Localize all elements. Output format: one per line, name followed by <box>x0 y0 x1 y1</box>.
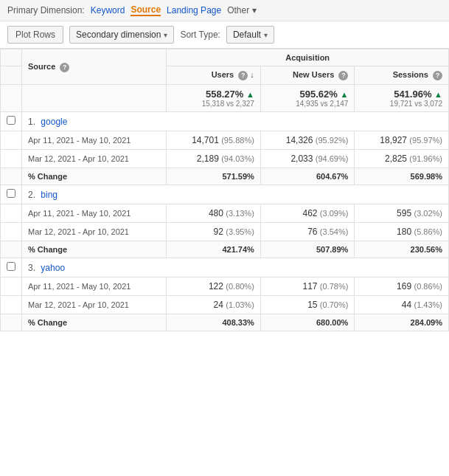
summary-users-comparison: 15,318 vs 2,327 <box>173 100 254 108</box>
change-label-1: % Change <box>22 241 167 258</box>
source-cell-1: 2. bing <box>22 185 449 204</box>
source-cell-0: 1. google <box>22 112 449 131</box>
sort-type-label: Sort Type: <box>180 30 220 40</box>
users-up-arrow: ▲ <box>246 90 254 99</box>
primary-dimension-bar: Primary Dimension: Keyword Source Landin… <box>0 0 449 21</box>
users-column-header: Users ? ↓ <box>167 66 261 85</box>
summary-users-change: 558.27% <box>206 89 243 100</box>
secondary-dim-dropdown-icon: ▾ <box>164 31 167 39</box>
users-sort-icon[interactable]: ↓ <box>250 70 254 79</box>
sessions-val-0-0: 18,927 (95.97%) <box>355 131 449 150</box>
new-users-val-1-0: 462 (3.09%) <box>260 204 355 223</box>
source-link-1[interactable]: bing <box>41 190 58 200</box>
date-row-2-1: Mar 12, 2021 - Apr 10, 2021 24 (1.03%) 1… <box>1 296 449 314</box>
sessions-val-2-1: 44 (1.43%) <box>355 296 449 314</box>
change-new-users-1: 507.89% <box>260 241 355 258</box>
sessions-val-2-0: 169 (0.86%) <box>355 277 449 296</box>
change-label-2: % Change <box>22 314 167 331</box>
source-column-header: Source ? <box>22 49 167 85</box>
source-group-row: 2. bing <box>1 185 449 204</box>
summary-cb <box>1 85 22 112</box>
users-val-1-1: 92 (3.95%) <box>167 223 261 241</box>
other-dropdown-icon: ▾ <box>252 5 257 15</box>
data-table: Source ? Acquisition Users ? ↓ New Users… <box>0 49 449 331</box>
change-row-1: % Change 421.74% 507.89% 230.56% <box>1 241 449 258</box>
acquisition-header: Acquisition <box>167 49 449 66</box>
source-link-0[interactable]: google <box>41 117 67 127</box>
date-label-1-0: Apr 11, 2021 - May 10, 2021 <box>22 204 167 223</box>
select-all-checkbox-header <box>1 49 22 66</box>
dim-other[interactable]: Other ▾ <box>227 5 256 15</box>
sessions-column-header: Sessions ? <box>355 66 449 85</box>
plot-rows-button[interactable]: Plot Rows <box>7 26 63 44</box>
dim-keyword[interactable]: Keyword <box>91 5 125 15</box>
sort-default-button[interactable]: Default ▾ <box>226 26 274 44</box>
new-users-val-2-0: 117 (0.78%) <box>260 277 355 296</box>
date-label-0-0: Apr 11, 2021 - May 10, 2021 <box>22 131 167 150</box>
new-users-up-arrow: ▲ <box>341 90 349 99</box>
users-val-2-0: 122 (0.80%) <box>167 277 261 296</box>
primary-dimension-label: Primary Dimension: <box>7 5 85 15</box>
change-users-0: 571.59% <box>167 168 261 185</box>
change-new-users-2: 680.00% <box>260 314 355 331</box>
users-help-icon[interactable]: ? <box>238 71 248 80</box>
date-label-2-0: Apr 11, 2021 - May 10, 2021 <box>22 277 167 296</box>
summary-new-users-comparison: 14,935 vs 2,147 <box>267 100 349 108</box>
source-link-2[interactable]: yahoo <box>41 263 65 273</box>
users-val-0-1: 2,189 (94.03%) <box>167 150 261 168</box>
date-row-2-0: Apr 11, 2021 - May 10, 2021 122 (0.80%) … <box>1 277 449 296</box>
sessions-help-icon[interactable]: ? <box>433 71 442 80</box>
sort-dropdown-icon: ▾ <box>264 31 268 39</box>
source-cell-2: 3. yahoo <box>22 258 449 277</box>
date-label-2-1: Mar 12, 2021 - Apr 10, 2021 <box>22 296 167 314</box>
dim-landing-page[interactable]: Landing Page <box>167 5 221 15</box>
change-sessions-1: 230.56% <box>355 241 449 258</box>
change-sessions-0: 569.98% <box>355 168 449 185</box>
users-val-0-0: 14,701 (95.88%) <box>167 131 261 150</box>
new-users-help-icon[interactable]: ? <box>338 71 348 80</box>
source-group-row: 3. yahoo <box>1 258 449 277</box>
change-label-0: % Change <box>22 168 167 185</box>
date-row-1-1: Mar 12, 2021 - Apr 10, 2021 92 (3.95%) 7… <box>1 223 449 241</box>
sessions-up-arrow: ▲ <box>434 90 442 99</box>
summary-new-users: 595.62% ▲ 14,935 vs 2,147 <box>260 85 355 112</box>
summary-sessions: 541.96% ▲ 19,721 vs 3,072 <box>355 85 449 112</box>
change-users-1: 421.74% <box>167 241 261 258</box>
change-new-users-0: 604.67% <box>260 168 355 185</box>
date-row-1-0: Apr 11, 2021 - May 10, 2021 480 (3.13%) … <box>1 204 449 223</box>
new-users-column-header: New Users ? <box>260 66 355 85</box>
summary-source <box>22 85 167 112</box>
source-group-row: 1. google <box>1 112 449 131</box>
secondary-dimension-button[interactable]: Secondary dimension ▾ <box>69 26 174 44</box>
checkbox-col-header2 <box>1 66 22 85</box>
source-help-icon[interactable]: ? <box>60 63 69 72</box>
new-users-val-2-1: 15 (0.70%) <box>260 296 355 314</box>
summary-users: 558.27% ▲ 15,318 vs 2,327 <box>167 85 261 112</box>
summary-sessions-change: 541.96% <box>394 89 431 100</box>
date-label-1-1: Mar 12, 2021 - Apr 10, 2021 <box>22 223 167 241</box>
new-users-val-0-1: 2,033 (94.69%) <box>260 150 355 168</box>
sessions-val-0-1: 2,825 (91.96%) <box>355 150 449 168</box>
change-row-0: % Change 571.59% 604.67% 569.98% <box>1 168 449 185</box>
date-row-0-1: Mar 12, 2021 - Apr 10, 2021 2,189 (94.03… <box>1 150 449 168</box>
sessions-val-1-1: 180 (5.86%) <box>355 223 449 241</box>
summary-sessions-comparison: 19,721 vs 3,072 <box>361 100 442 108</box>
new-users-val-0-0: 14,326 (95.92%) <box>260 131 355 150</box>
sessions-val-1-0: 595 (3.02%) <box>355 204 449 223</box>
summary-row: 558.27% ▲ 15,318 vs 2,327 595.62% ▲ 14,9… <box>1 85 449 112</box>
users-val-1-0: 480 (3.13%) <box>167 204 261 223</box>
row-checkbox-2[interactable] <box>1 258 22 277</box>
users-val-2-1: 24 (1.03%) <box>167 296 261 314</box>
toolbar: Plot Rows Secondary dimension ▾ Sort Typ… <box>0 21 449 49</box>
date-row-0-0: Apr 11, 2021 - May 10, 2021 14,701 (95.8… <box>1 131 449 150</box>
change-users-2: 408.33% <box>167 314 261 331</box>
date-label-0-1: Mar 12, 2021 - Apr 10, 2021 <box>22 150 167 168</box>
change-sessions-2: 284.09% <box>355 314 449 331</box>
change-row-2: % Change 408.33% 680.00% 284.09% <box>1 314 449 331</box>
summary-new-users-change: 595.62% <box>300 89 338 100</box>
row-checkbox-0[interactable] <box>1 112 22 131</box>
dim-source[interactable]: Source <box>130 4 161 16</box>
new-users-val-1-1: 76 (3.54%) <box>260 223 355 241</box>
row-checkbox-1[interactable] <box>1 185 22 204</box>
